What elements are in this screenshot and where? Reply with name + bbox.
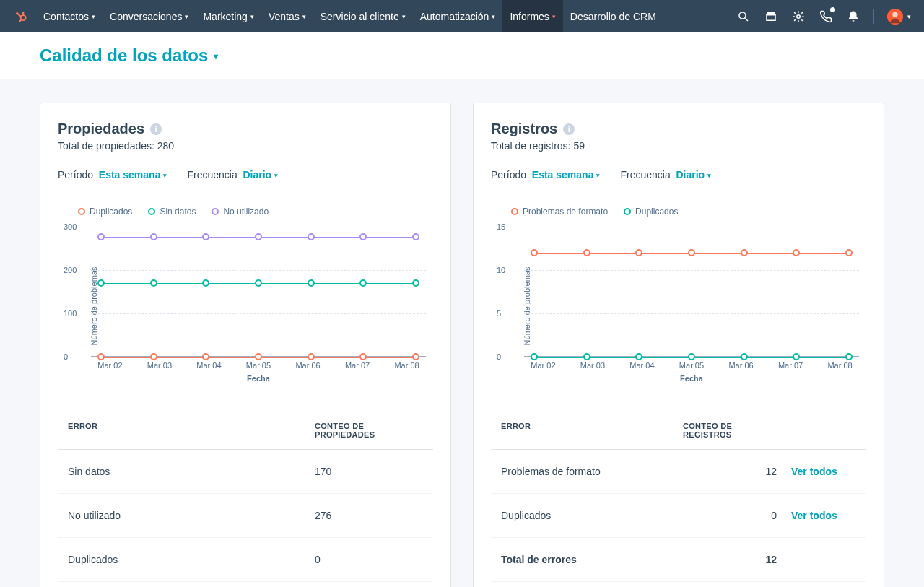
frequency-label: Frecuencia [620,169,670,181]
frequency-dropdown[interactable]: Diario▾ [243,169,278,181]
chart-point [97,279,105,287]
properties-total: Total de propiedades: 280 [58,140,433,152]
chevron-down-icon: ▾ [402,13,406,20]
chart-plot: 051015 [524,227,859,357]
nav-item-3[interactable]: Ventas▾ [261,0,313,32]
chart-point [741,353,748,360]
bell-icon[interactable] [846,9,860,24]
chart-point [202,353,209,360]
nav-item-7[interactable]: Desarrollo de CRM [563,0,663,32]
chart-point [202,233,209,240]
col-header-count: CONTEO DE PROPIEDADES [315,422,423,439]
chevron-down-icon: ▾ [185,13,188,20]
chart-point [255,279,262,287]
phone-icon[interactable] [819,9,833,24]
svg-point-6 [19,20,20,22]
top-navbar: Contactos▾Conversaciones▾Marketing▾Venta… [0,0,924,32]
x-axis-label: Fecha [524,374,859,383]
chart-point [97,233,105,240]
chart-point [359,353,367,360]
nav-left-group: Contactos▾Conversaciones▾Marketing▾Venta… [13,0,663,32]
legend-item: Problemas de formato [511,206,608,217]
properties-filters: Período Esta semana▾ Frecuencia Diario▾ [58,169,433,181]
chart-point [202,279,209,287]
nav-item-0[interactable]: Contactos▾ [36,0,103,32]
records-table: ERROR CONTEO DE REGISTROS Problemas de f… [491,422,866,582]
chart-point [583,249,590,256]
legend-item: Duplicados [78,206,132,217]
gear-icon[interactable] [791,9,806,24]
chart-point [845,249,853,256]
nav-item-6[interactable]: Informes▾ [502,0,562,32]
chevron-down-icon: ▾ [214,51,218,61]
hubspot-logo[interactable] [13,9,27,24]
svg-rect-9 [767,14,775,20]
chart-point [150,353,157,360]
period-dropdown[interactable]: Esta semana▾ [99,169,167,181]
account-menu[interactable]: ▾ [887,9,911,25]
frequency-dropdown[interactable]: Diario▾ [676,169,711,181]
chart-point [97,353,105,360]
view-all-link[interactable]: Ver todos [791,510,837,521]
chart-point [845,353,853,360]
page-title-text: Calidad de los datos [40,45,208,66]
period-label: Período [58,169,93,181]
chevron-down-icon: ▾ [907,13,911,20]
properties-card: Propiedades i Total de propiedades: 280 … [40,103,451,587]
legend-item: Sin datos [148,206,196,217]
chart-point [583,353,590,360]
chart-point [635,249,642,256]
table-total-row: Total de errores12 [491,538,866,582]
properties-table: ERROR CONTEO DE PROPIEDADES Sin datos170… [58,422,433,582]
chart-point [531,353,538,360]
svg-line-2 [18,14,22,17]
nav-item-5[interactable]: Automatización▾ [413,0,503,32]
svg-point-10 [797,14,801,18]
chart-point [359,279,367,287]
view-all-link[interactable]: Ver todos [791,466,837,477]
records-title: Registros [491,121,557,137]
chart-plot: 0100200300 [91,227,426,357]
records-filters: Período Esta semana▾ Frecuencia Diario▾ [491,169,866,181]
legend-item: No utilizado [212,206,269,217]
info-icon[interactable]: i [563,123,575,135]
page-title-dropdown[interactable]: Calidad de los datos ▾ [40,45,884,66]
chart-legend: DuplicadosSin datosNo utilizado [78,206,433,217]
col-header-error: ERROR [68,422,315,439]
search-icon[interactable] [736,9,751,24]
records-chart: Problemas de formatoDuplicadosNúmero de … [491,206,866,386]
chevron-down-icon: ▾ [92,13,95,20]
chart-point [412,353,419,360]
legend-item: Duplicados [624,206,678,217]
x-axis-label: Fecha [91,374,426,383]
chevron-down-icon: ▾ [302,13,306,20]
page-header: Calidad de los datos ▾ [0,32,924,79]
table-row: Duplicados0Ver todos [491,494,866,538]
period-dropdown[interactable]: Esta semana▾ [532,169,601,181]
info-icon[interactable]: i [150,123,162,135]
avatar [887,9,903,25]
chevron-down-icon: ▾ [492,13,495,20]
svg-point-7 [739,12,746,19]
records-card: Registros i Total de registros: 59 Perío… [473,103,884,587]
properties-title: Propiedades [58,121,144,137]
dashboard-content: Propiedades i Total de propiedades: 280 … [0,79,924,587]
nav-item-1[interactable]: Conversaciones▾ [103,0,196,32]
table-row: No utilizado276 [58,494,433,538]
chart-point [359,233,367,240]
frequency-label: Frecuencia [187,169,237,181]
nav-right-group: ▾ [736,9,911,25]
nav-item-4[interactable]: Servicio al cliente▾ [313,0,413,32]
chart-point [412,279,419,287]
chart-point [741,249,748,256]
chart-point [531,249,538,256]
col-header-error: ERROR [501,422,683,439]
svg-line-8 [745,18,748,21]
nav-item-2[interactable]: Marketing▾ [196,0,261,32]
table-row: Duplicados0 [58,538,433,582]
chevron-down-icon: ▾ [250,13,254,20]
table-row: Sin datos170 [58,450,433,494]
chart-point [150,279,157,287]
marketplace-icon[interactable] [764,9,778,24]
chart-point [255,353,262,360]
